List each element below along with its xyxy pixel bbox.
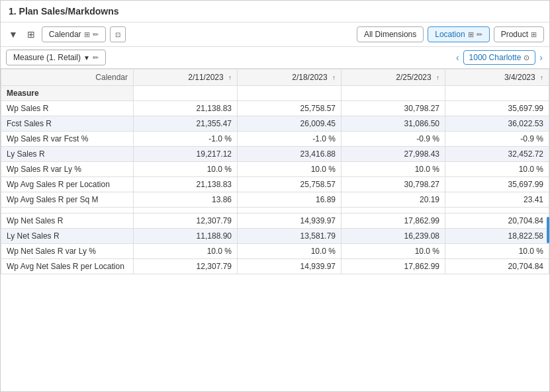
row-label-10: Wp Net Sales R var Ly % (1, 244, 134, 259)
title-bar: 1. Plan Sales/Markdowns (1, 1, 549, 22)
cell-10-2[interactable]: 10.0 % (342, 244, 445, 259)
cell-5-2[interactable]: 30,798.27 (342, 177, 445, 192)
sort-icon-3[interactable]: ↑ (540, 74, 543, 81)
cell-7-1[interactable] (238, 208, 342, 214)
all-dimensions-button[interactable]: All Dimensions (357, 26, 424, 42)
expand-panel-icon[interactable]: ⊡ (110, 26, 126, 42)
cell-4-1[interactable]: 10.0 % (238, 162, 342, 177)
location-value: 1000 Charlotte (469, 53, 522, 62)
cell-4-3[interactable]: 10.0 % (445, 162, 549, 177)
cell-4-2[interactable]: 10.0 % (342, 162, 445, 177)
cell-6-3[interactable]: 23.41 (445, 192, 549, 208)
table-row: Wp Avg Net Sales R per Location12,307.79… (1, 259, 549, 274)
cell-9-2[interactable]: 16,239.08 (342, 229, 445, 244)
cell-2-3[interactable]: -0.9 % (445, 132, 549, 147)
product-hierarchy-icon: ⊞ (531, 30, 537, 39)
cell-2-1[interactable]: -1.0 % (238, 132, 342, 147)
cell-1-0[interactable]: 21,355.47 (134, 116, 238, 132)
scroll-indicator (547, 217, 549, 243)
cell-9-0[interactable]: 11,188.90 (134, 229, 238, 244)
cell-2-2[interactable]: -0.9 % (342, 132, 445, 147)
cell-1-3[interactable]: 36,022.53 (445, 116, 549, 132)
cell-3-1[interactable]: 23,416.88 (238, 147, 342, 162)
cell-5-1[interactable]: 25,758.57 (238, 177, 342, 192)
row-label-5: Wp Avg Sales R per Location (1, 177, 134, 192)
cell-8-2[interactable]: 17,862.99 (342, 214, 445, 229)
section-val-0 (134, 86, 238, 101)
location-label: Location (435, 30, 465, 39)
measure-row: Measure (1. Retail) ▼ ✏ (6, 50, 451, 65)
cell-0-0[interactable]: 21,138.83 (134, 101, 238, 116)
nav-left-button[interactable]: ‹ (455, 52, 461, 63)
cell-5-0[interactable]: 21,138.83 (134, 177, 238, 192)
cell-7-2[interactable] (342, 208, 445, 214)
table-row: Wp Avg Sales R per Sq M13.8616.8920.1923… (1, 192, 549, 208)
cell-10-1[interactable]: 10.0 % (238, 244, 342, 259)
row-label-6: Wp Avg Sales R per Sq M (1, 192, 134, 208)
sort-icon-2[interactable]: ↑ (436, 74, 439, 81)
nav-left-icon: ‹ (456, 52, 459, 63)
cell-3-3[interactable]: 32,452.72 (445, 147, 549, 162)
col-header-2: 2/25/2023 ↑ (342, 69, 445, 86)
row-label-8: Wp Net Sales R (1, 214, 134, 229)
sort-icon-1[interactable]: ↑ (332, 74, 336, 81)
cell-11-2[interactable]: 17,862.99 (342, 259, 445, 274)
cell-8-0[interactable]: 12,307.79 (134, 214, 238, 229)
row-label-1: Fcst Sales R (1, 116, 134, 132)
table-row: Wp Net Sales R var Ly %10.0 %10.0 %10.0 … (1, 244, 549, 259)
sort-icon-0[interactable]: ↑ (228, 74, 232, 81)
location-display: 1000 Charlotte ⊙ (463, 50, 536, 65)
data-grid: Calendar 2/11/2023 ↑ 2/18/2023 ↑ 2/25/20… (1, 69, 549, 391)
col-header-3: 3/4/2023 ↑ (445, 69, 549, 86)
cell-2-0[interactable]: -1.0 % (134, 132, 238, 147)
table-row: Wp Avg Sales R per Location21,138.8325,7… (1, 177, 549, 192)
table-row: Wp Sales R var Ly %10.0 %10.0 %10.0 %10.… (1, 162, 549, 177)
cell-9-1[interactable]: 13,581.79 (238, 229, 342, 244)
measure-button[interactable]: Measure (1. Retail) ▼ ✏ (6, 50, 106, 65)
all-dimensions-label: All Dimensions (364, 30, 416, 39)
calendar-button[interactable]: Calendar ⊞ ✏ (42, 26, 106, 42)
cell-4-0[interactable]: 10.0 % (134, 162, 238, 177)
cell-9-3[interactable]: 18,822.58 (445, 229, 549, 244)
cell-8-1[interactable]: 14,939.97 (238, 214, 342, 229)
calendar-label: Calendar (49, 30, 81, 39)
cell-6-0[interactable]: 13.86 (134, 192, 238, 208)
cell-11-3[interactable]: 20,704.84 (445, 259, 549, 274)
cell-3-0[interactable]: 19,217.12 (134, 147, 238, 162)
cell-11-0[interactable]: 12,307.79 (134, 259, 238, 274)
collapse-button[interactable]: ▼ (6, 28, 21, 41)
section-val-1 (238, 86, 342, 101)
location-button[interactable]: Location ⊞ ✏ (428, 26, 489, 42)
data-table: Calendar 2/11/2023 ↑ 2/18/2023 ↑ 2/25/20… (1, 69, 549, 274)
row-label-4: Wp Sales R var Ly % (1, 162, 134, 177)
table-row: Wp Net Sales R12,307.7914,939.9717,862.9… (1, 214, 549, 229)
cell-5-3[interactable]: 35,697.99 (445, 177, 549, 192)
cell-0-3[interactable]: 35,697.99 (445, 101, 549, 116)
cell-7-0[interactable] (134, 208, 238, 214)
measure-label: Measure (1. Retail) (13, 53, 81, 62)
cell-6-1[interactable]: 16.89 (238, 192, 342, 208)
cell-1-1[interactable]: 26,009.45 (238, 116, 342, 132)
cell-10-3[interactable]: 10.0 % (445, 244, 549, 259)
location-edit-icon: ✏ (477, 30, 482, 39)
row-label-0: Wp Sales R (1, 101, 134, 116)
nav-right-button[interactable]: › (538, 52, 544, 63)
cell-7-3[interactable] (445, 208, 549, 214)
collapse-icon: ▼ (9, 29, 18, 40)
cell-8-3[interactable]: 20,704.84 (445, 214, 549, 229)
cell-6-2[interactable]: 20.19 (342, 192, 445, 208)
toolbar: ▼ ⊞ Calendar ⊞ ✏ ⊡ All Dimensions (1, 22, 549, 47)
col-header-0: 2/11/2023 ↑ (134, 69, 238, 86)
cell-0-2[interactable]: 30,798.27 (342, 101, 445, 116)
table-row: Wp Sales R var Fcst %-1.0 %-1.0 %-0.9 %-… (1, 132, 549, 147)
row-label-11: Wp Avg Net Sales R per Location (1, 259, 134, 274)
page-title: 1. Plan Sales/Markdowns (9, 6, 119, 17)
cell-10-0[interactable]: 10.0 % (134, 244, 238, 259)
panel-toggle-button[interactable]: ⊞ (24, 28, 38, 41)
cell-0-1[interactable]: 25,758.57 (238, 101, 342, 116)
cell-1-2[interactable]: 31,086.50 (342, 116, 445, 132)
nav-right-icon: › (539, 52, 543, 63)
product-button[interactable]: Product ⊞ (494, 26, 544, 42)
cell-11-1[interactable]: 14,939.97 (238, 259, 342, 274)
cell-3-2[interactable]: 27,998.43 (342, 147, 445, 162)
